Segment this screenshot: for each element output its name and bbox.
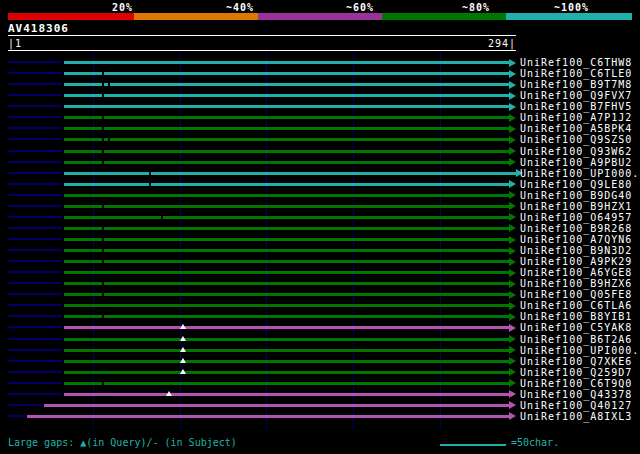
alignment-bar[interactable] — [64, 326, 510, 329]
alignment-row: UniRef100_O64957 — [0, 212, 640, 223]
uncovered-region-line — [8, 72, 62, 74]
hit-arrow-icon — [509, 81, 516, 89]
hit-label[interactable]: UniRef100_UPI000.. — [520, 345, 640, 356]
hit-label[interactable]: UniRef100_B9N3D2 — [520, 245, 632, 256]
hit-label[interactable]: UniRef100_B6T2A6 — [520, 334, 632, 345]
alignment-bar[interactable] — [64, 194, 510, 197]
hit-arrow-icon — [509, 236, 516, 244]
alignment-bar[interactable] — [64, 249, 510, 252]
alignment-row: UniRef100_Q05FE8 — [0, 289, 640, 300]
subject-gap-tick — [149, 171, 151, 176]
alignment-bar[interactable] — [64, 183, 510, 186]
alignment-row: UniRef100_B9N3D2 — [0, 245, 640, 256]
uncovered-region-line — [8, 260, 62, 262]
subject-gap-tick — [108, 82, 110, 87]
hit-label[interactable]: UniRef100_A7QYN6 — [520, 234, 632, 245]
hit-label[interactable]: UniRef100_Q93W62 — [520, 146, 632, 157]
alignment-bar[interactable] — [64, 349, 510, 352]
hit-label[interactable]: UniRef100_C6TLA6 — [520, 300, 632, 311]
hit-label[interactable]: UniRef100_B9T7M8 — [520, 79, 632, 90]
uncovered-region-line — [8, 105, 62, 107]
hit-label[interactable]: UniRef100_C6THW8 — [520, 57, 632, 68]
hit-label[interactable]: UniRef100_O64957 — [520, 212, 632, 223]
hit-arrow-icon — [509, 213, 516, 221]
hit-label[interactable]: UniRef100_B9R268 — [520, 223, 632, 234]
alignment-bar[interactable] — [64, 282, 510, 285]
alignment-row: UniRef100_B9T7M8 — [0, 79, 640, 90]
alignment-bar[interactable] — [64, 105, 510, 108]
hit-label[interactable]: UniRef100_Q7XKE6 — [520, 356, 632, 367]
hit-label[interactable]: UniRef100_C6TLE0 — [520, 68, 632, 79]
alignment-bar[interactable] — [64, 150, 510, 153]
hit-label[interactable]: UniRef100_A7P1J2 — [520, 112, 632, 123]
alignment-bar[interactable] — [64, 116, 510, 119]
alignment-bar[interactable] — [64, 338, 510, 341]
alignment-bar[interactable] — [64, 138, 510, 141]
alignment-bar[interactable] — [64, 172, 517, 175]
alignment-bar[interactable] — [64, 382, 510, 385]
hit-arrow-icon — [509, 335, 516, 343]
alignment-bar[interactable] — [64, 260, 510, 263]
alignment-plot: UniRef100_C6THW8UniRef100_C6TLE0UniRef10… — [0, 0, 640, 454]
alignment-row: UniRef100_A9PBU2 — [0, 157, 640, 168]
alignment-row: UniRef100_Q93W62 — [0, 146, 640, 157]
uncovered-region-line — [8, 382, 62, 384]
alignment-bar[interactable] — [64, 304, 510, 307]
alignment-bar[interactable] — [64, 227, 510, 230]
hit-label[interactable]: UniRef100_A9PK29 — [520, 256, 632, 267]
hit-label[interactable]: UniRef100_B9DG40 — [520, 190, 632, 201]
alignment-bar[interactable] — [64, 293, 510, 296]
hit-label[interactable]: UniRef100_A5BPK4 — [520, 123, 632, 134]
alignment-bar[interactable] — [27, 415, 509, 418]
hit-label[interactable]: UniRef100_A9PBU2 — [520, 157, 632, 168]
hit-label[interactable]: UniRef100_Q43378 — [520, 389, 632, 400]
hit-arrow-icon — [509, 92, 516, 100]
alignment-bar[interactable] — [64, 371, 510, 374]
legend-gaps-text: Large gaps: ▲(in Query)/- (in Subject) — [8, 437, 237, 448]
hit-arrow-icon — [509, 125, 516, 133]
alignment-bar[interactable] — [44, 404, 509, 407]
hit-label[interactable]: UniRef100_Q9SZS0 — [520, 134, 632, 145]
uncovered-region-line — [8, 415, 25, 417]
alignment-bar[interactable] — [64, 94, 510, 97]
uncovered-region-line — [8, 304, 62, 306]
hit-label[interactable]: UniRef100_Q259D7 — [520, 367, 632, 378]
alignment-bar[interactable] — [64, 72, 510, 75]
hit-arrow-icon — [509, 379, 516, 387]
alignment-bar[interactable] — [64, 360, 510, 363]
alignment-bar[interactable] — [64, 393, 510, 396]
alignment-row: UniRef100_A8IXL3 — [0, 411, 640, 422]
alignment-bar[interactable] — [64, 238, 510, 241]
query-gap-triangle-icon — [166, 391, 172, 396]
hit-label[interactable]: UniRef100_Q40127 — [520, 400, 632, 411]
hit-label[interactable]: UniRef100_B9HZX6 — [520, 278, 632, 289]
hit-label[interactable]: UniRef100_C5YAK8 — [520, 322, 632, 333]
hit-arrow-icon — [509, 324, 516, 332]
hit-arrow-icon — [509, 59, 516, 67]
hit-label[interactable]: UniRef100_A8IXL3 — [520, 411, 632, 422]
hit-label[interactable]: UniRef100_C6T9Q0 — [520, 378, 632, 389]
uncovered-region-line — [8, 216, 62, 218]
alignment-row: UniRef100_A9PK29 — [0, 256, 640, 267]
hit-arrow-icon — [509, 147, 516, 155]
query-gap-triangle-icon — [180, 336, 186, 341]
alignment-bar[interactable] — [64, 205, 510, 208]
hit-label[interactable]: UniRef100_A6YGE8 — [520, 267, 632, 278]
hit-label[interactable]: UniRef100_UPI000.. — [520, 168, 640, 179]
hit-arrow-icon — [509, 191, 516, 199]
hit-label[interactable]: UniRef100_B8YIB1 — [520, 311, 632, 322]
uncovered-region-line — [8, 138, 62, 140]
alignment-bar[interactable] — [64, 161, 510, 164]
hit-label[interactable]: UniRef100_Q05FE8 — [520, 289, 632, 300]
alignment-bar[interactable] — [64, 127, 510, 130]
hit-label[interactable]: UniRef100_B7FHV5 — [520, 101, 632, 112]
alignment-bar[interactable] — [64, 216, 510, 219]
alignment-bar[interactable] — [64, 315, 510, 318]
hit-label[interactable]: UniRef100_Q9FVX7 — [520, 90, 632, 101]
hit-label[interactable]: UniRef100_B9HZX1 — [520, 201, 632, 212]
alignment-bar[interactable] — [64, 83, 510, 86]
hit-label[interactable]: UniRef100_Q9LE80 — [520, 179, 632, 190]
alignment-bar[interactable] — [64, 61, 510, 64]
alignment-bar[interactable] — [64, 271, 510, 274]
query-gap-triangle-icon — [180, 347, 186, 352]
